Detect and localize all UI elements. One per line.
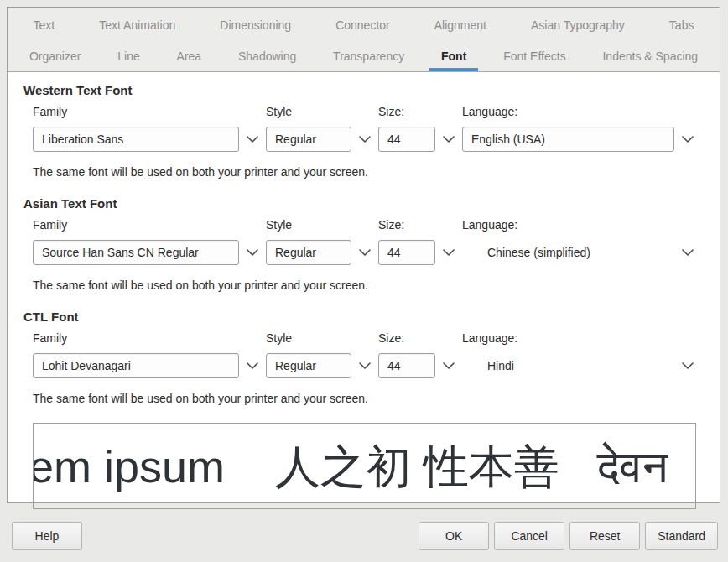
help-button[interactable]: Help: [12, 522, 82, 550]
chevron-down-icon[interactable]: [239, 136, 266, 143]
western-size-combobox[interactable]: 44: [378, 126, 462, 153]
western-size-group: Size: 44: [378, 105, 462, 153]
ctl-language-value[interactable]: Hindi: [462, 359, 514, 372]
chevron-down-icon[interactable]: [435, 136, 462, 143]
tab-row-2: Organizer Line Area Shadowing Transparen…: [11, 40, 716, 71]
ctl-family-input[interactable]: Lohit Devanagari: [33, 353, 239, 378]
ctl-style-combobox[interactable]: Regular: [266, 352, 378, 379]
western-language-combobox[interactable]: English (USA): [462, 126, 701, 153]
asian-font-note: The same font will be used on both your …: [33, 278, 720, 292]
tab-dimensioning[interactable]: Dimensioning: [198, 9, 314, 40]
western-language-group: Language: English (USA): [462, 105, 701, 153]
chevron-down-icon[interactable]: [674, 362, 701, 369]
ctl-language-combobox[interactable]: Hindi: [462, 352, 701, 379]
asian-language-label: Language:: [462, 218, 701, 232]
asian-font-section-title: Asian Text Font: [23, 196, 720, 211]
chevron-down-icon[interactable]: [351, 136, 378, 143]
ctl-language-group: Language: Hindi: [462, 331, 701, 379]
asian-style-group: Style Regular: [266, 218, 378, 266]
tab-text-animation[interactable]: Text Animation: [77, 9, 198, 40]
ctl-style-label: Style: [266, 331, 378, 345]
asian-family-input[interactable]: Source Han Sans CN Regular: [33, 240, 239, 265]
tab-indents-spacing[interactable]: Indents & Spacing: [585, 40, 716, 71]
tab-bar: Text Text Animation Dimensioning Connect…: [8, 8, 720, 72]
cancel-button[interactable]: Cancel: [494, 522, 564, 550]
tab-asian-typography[interactable]: Asian Typography: [509, 9, 647, 40]
western-family-label: Family: [33, 105, 266, 118]
action-button-group: OK Cancel Reset Standard: [419, 522, 718, 550]
western-style-group: Style Regular: [266, 105, 378, 153]
asian-size-group: Size: 44: [378, 218, 462, 266]
tab-font[interactable]: Font: [423, 40, 485, 71]
ctl-font-section-title: CTL Font: [23, 310, 720, 324]
western-font-fields: Family Liberation Sans Style Regular: [33, 105, 701, 153]
western-font-note: The same font will be used on both your …: [33, 165, 720, 179]
ctl-style-group: Style Regular: [266, 331, 378, 379]
tab-tabs[interactable]: Tabs: [647, 9, 716, 40]
chevron-down-icon[interactable]: [674, 136, 701, 143]
tab-shadowing[interactable]: Shadowing: [220, 40, 315, 71]
western-size-label: Size:: [378, 105, 462, 118]
asian-style-combobox[interactable]: Regular: [266, 239, 378, 266]
tab-alignment[interactable]: Alignment: [412, 9, 508, 40]
western-language-input[interactable]: English (USA): [462, 127, 674, 152]
ctl-language-label: Language:: [462, 331, 701, 345]
reset-button[interactable]: Reset: [569, 522, 640, 550]
ctl-style-input[interactable]: Regular: [266, 353, 351, 378]
font-preview-box: em ipsum 人之初 性本善 देवन: [33, 423, 696, 509]
asian-size-label: Size:: [378, 218, 462, 232]
font-tab-content: Western Text Font Family Liberation Sans…: [8, 83, 720, 509]
asian-size-input[interactable]: 44: [378, 240, 435, 265]
tab-row-1: Text Text Animation Dimensioning Connect…: [11, 9, 716, 40]
asian-size-combobox[interactable]: 44: [378, 239, 462, 266]
chevron-down-icon[interactable]: [435, 249, 462, 256]
asian-font-fields: Family Source Han Sans CN Regular Style …: [33, 218, 701, 266]
western-style-input[interactable]: Regular: [266, 127, 351, 152]
tab-connector[interactable]: Connector: [314, 9, 413, 40]
western-family-combobox[interactable]: Liberation Sans: [33, 126, 266, 153]
asian-family-label: Family: [33, 218, 266, 232]
ctl-family-combobox[interactable]: Lohit Devanagari: [33, 352, 266, 379]
tab-transparency[interactable]: Transparency: [315, 40, 423, 71]
chevron-down-icon[interactable]: [351, 362, 378, 369]
tab-area[interactable]: Area: [159, 40, 220, 71]
western-font-section-title: Western Text Font: [23, 83, 720, 97]
western-family-group: Family Liberation Sans: [33, 105, 266, 153]
chevron-down-icon[interactable]: [435, 362, 462, 369]
asian-style-input[interactable]: Regular: [266, 240, 351, 265]
chevron-down-icon[interactable]: [239, 362, 266, 369]
western-language-label: Language:: [462, 105, 701, 118]
tab-line[interactable]: Line: [99, 40, 158, 71]
ctl-family-label: Family: [33, 331, 266, 345]
dialog-button-row: Help OK Cancel Reset Standard: [0, 515, 728, 562]
ctl-family-group: Family Lohit Devanagari: [33, 331, 266, 379]
asian-language-value[interactable]: Chinese (simplified): [462, 246, 590, 259]
font-preview-text: em ipsum 人之初 性本善 देवन: [33, 444, 668, 489]
ctl-font-fields: Family Lohit Devanagari Style Regular: [33, 331, 701, 379]
chevron-down-icon[interactable]: [351, 249, 378, 256]
ctl-font-note: The same font will be used on both your …: [33, 392, 720, 405]
western-family-input[interactable]: Liberation Sans: [33, 127, 239, 152]
standard-button[interactable]: Standard: [645, 522, 718, 550]
ctl-size-input[interactable]: 44: [378, 353, 435, 378]
character-dialog-notebook: Text Text Animation Dimensioning Connect…: [7, 7, 720, 503]
ctl-size-group: Size: 44: [378, 331, 462, 379]
asian-family-group: Family Source Han Sans CN Regular: [33, 218, 266, 266]
tab-font-effects[interactable]: Font Effects: [485, 40, 584, 71]
western-style-label: Style: [266, 105, 378, 118]
asian-style-label: Style: [266, 218, 378, 232]
asian-family-combobox[interactable]: Source Han Sans CN Regular: [33, 239, 266, 266]
asian-language-group: Language: Chinese (simplified): [462, 218, 701, 266]
ctl-size-label: Size:: [378, 331, 462, 345]
ok-button[interactable]: OK: [419, 522, 489, 550]
tab-organizer[interactable]: Organizer: [11, 40, 99, 71]
western-style-combobox[interactable]: Regular: [266, 126, 378, 153]
ctl-size-combobox[interactable]: 44: [378, 352, 462, 379]
chevron-down-icon[interactable]: [239, 249, 266, 256]
chevron-down-icon[interactable]: [674, 249, 701, 256]
tab-text[interactable]: Text: [11, 9, 77, 40]
western-size-input[interactable]: 44: [378, 127, 435, 152]
asian-language-combobox[interactable]: Chinese (simplified): [462, 239, 701, 266]
